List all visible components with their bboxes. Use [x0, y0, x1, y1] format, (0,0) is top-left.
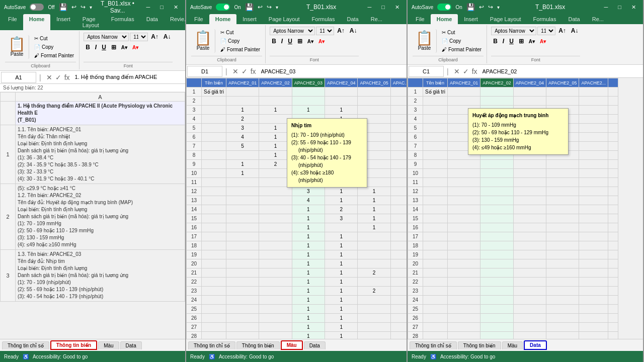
right-cell[interactable] — [579, 115, 608, 124]
left-copy-button[interactable]: 📄 Copy — [32, 43, 76, 51]
left-font-color-btn[interactable]: A▾ — [130, 44, 140, 51]
right-cell[interactable] — [546, 332, 579, 339]
right-cell[interactable] — [546, 323, 579, 332]
right-cell[interactable] — [513, 259, 546, 268]
right-cell[interactable] — [423, 232, 448, 241]
mid-cell[interactable]: 1 — [325, 268, 358, 278]
right-cell[interactable] — [423, 133, 448, 142]
right-tab-data[interactable]: Data — [562, 14, 586, 24]
right-cell[interactable] — [513, 214, 546, 223]
mid-cell[interactable] — [202, 223, 226, 232]
right-cell[interactable] — [546, 205, 579, 214]
right-undo-icon[interactable]: ↩ — [479, 4, 484, 11]
right-cell[interactable] — [447, 314, 480, 323]
right-cell[interactable] — [513, 205, 546, 214]
right-cell[interactable] — [579, 287, 608, 296]
mid-cell[interactable] — [202, 268, 226, 278]
right-cell[interactable] — [480, 87, 513, 97]
right-cell[interactable] — [546, 278, 579, 287]
right-formula-confirm[interactable]: ✓ — [462, 66, 470, 76]
mid-cell[interactable] — [390, 259, 407, 268]
mid-quick-access-more[interactable]: ▾ — [276, 5, 278, 10]
right-cell[interactable] — [513, 332, 546, 339]
right-cell[interactable] — [513, 241, 546, 250]
mid-cell[interactable] — [226, 323, 259, 332]
right-cell[interactable] — [447, 287, 480, 296]
right-cell[interactable] — [546, 115, 579, 124]
right-cell[interactable] — [579, 160, 608, 169]
right-cell[interactable] — [423, 268, 448, 278]
right-cell[interactable] — [423, 287, 448, 296]
mid-cell[interactable]: 1 — [325, 278, 358, 287]
mid-cell[interactable]: 1 — [358, 187, 390, 196]
right-cell[interactable] — [579, 214, 608, 223]
right-cell[interactable] — [546, 160, 579, 169]
right-font-size-select[interactable]: 11 — [537, 27, 555, 35]
right-maximize-btn[interactable]: □ — [615, 4, 624, 10]
mid-cell[interactable] — [292, 178, 325, 187]
mid-cell[interactable]: 1 — [292, 332, 325, 339]
mid-cell[interactable] — [358, 87, 390, 97]
mid-cell[interactable] — [226, 305, 259, 314]
mid-cell[interactable]: 1 — [259, 124, 292, 133]
right-formula-input[interactable] — [480, 67, 643, 75]
mid-cell[interactable] — [358, 169, 390, 178]
mid-cell[interactable] — [292, 160, 325, 169]
mid-cell-ref[interactable] — [187, 66, 222, 77]
right-border-btn[interactable]: ⊞ — [517, 37, 526, 46]
right-cell[interactable] — [608, 259, 618, 268]
mid-cell[interactable]: 2 — [358, 268, 390, 278]
mid-cell[interactable]: 1 — [259, 142, 292, 151]
left-tab-mau[interactable]: Màu — [98, 341, 119, 349]
mid-cell[interactable] — [390, 151, 407, 160]
right-cell[interactable] — [608, 241, 618, 250]
mid-cell[interactable] — [390, 196, 407, 205]
right-cell[interactable] — [579, 205, 608, 214]
right-cell[interactable] — [608, 332, 618, 339]
mid-cell[interactable] — [358, 305, 390, 314]
right-cell[interactable] — [608, 160, 618, 169]
left-tab-thong-tin-bien[interactable]: Thông tin biến — [50, 340, 97, 350]
mid-cell[interactable]: 1 — [358, 196, 390, 205]
right-cell[interactable] — [423, 187, 448, 196]
mid-cell[interactable]: 1 — [325, 332, 358, 339]
mid-cell[interactable]: 1 — [292, 223, 325, 232]
mid-cell[interactable] — [202, 250, 226, 259]
mid-cell[interactable]: 1 — [325, 250, 358, 259]
mid-cell[interactable] — [390, 133, 407, 142]
mid-cell[interactable] — [226, 287, 259, 296]
left-tab-home[interactable]: Home — [23, 14, 51, 30]
right-tab-home[interactable]: Home — [431, 14, 458, 24]
mid-cell[interactable] — [358, 241, 390, 250]
right-cell[interactable] — [480, 196, 513, 205]
mid-cell[interactable]: 1 — [325, 314, 358, 323]
mid-cell[interactable]: 3 — [226, 124, 259, 133]
mid-cell[interactable]: 1 — [325, 115, 358, 124]
mid-cell[interactable] — [202, 97, 226, 106]
mid-cell[interactable] — [226, 250, 259, 259]
right-cell[interactable] — [608, 106, 618, 115]
mid-cell[interactable] — [259, 115, 292, 124]
mid-cell[interactable] — [358, 142, 390, 151]
mid-font-name-select[interactable]: Aptos Narrow — [270, 27, 315, 35]
mid-cell[interactable] — [390, 106, 407, 115]
mid-cell[interactable]: 1 — [292, 214, 325, 223]
right-cell[interactable] — [423, 205, 448, 214]
mid-cell[interactable] — [202, 160, 226, 169]
close-btn[interactable]: ✕ — [171, 4, 181, 11]
right-cell[interactable] — [513, 106, 546, 115]
right-tab-review[interactable]: Re... — [586, 14, 610, 24]
right-cell[interactable] — [447, 250, 480, 259]
mid-cell[interactable]: 1 — [325, 160, 358, 169]
mid-cell[interactable] — [259, 169, 292, 178]
right-cell[interactable] — [423, 142, 448, 151]
right-quick-access-more[interactable]: ▾ — [497, 5, 500, 10]
right-cell[interactable] — [447, 178, 480, 187]
mid-tab-insert[interactable]: Insert — [236, 14, 263, 24]
right-cell[interactable] — [447, 124, 480, 133]
mid-cell[interactable] — [358, 97, 390, 106]
mid-cell[interactable] — [226, 278, 259, 287]
right-cell[interactable] — [423, 250, 448, 259]
right-cell[interactable] — [480, 241, 513, 250]
right-cell[interactable] — [423, 160, 448, 169]
